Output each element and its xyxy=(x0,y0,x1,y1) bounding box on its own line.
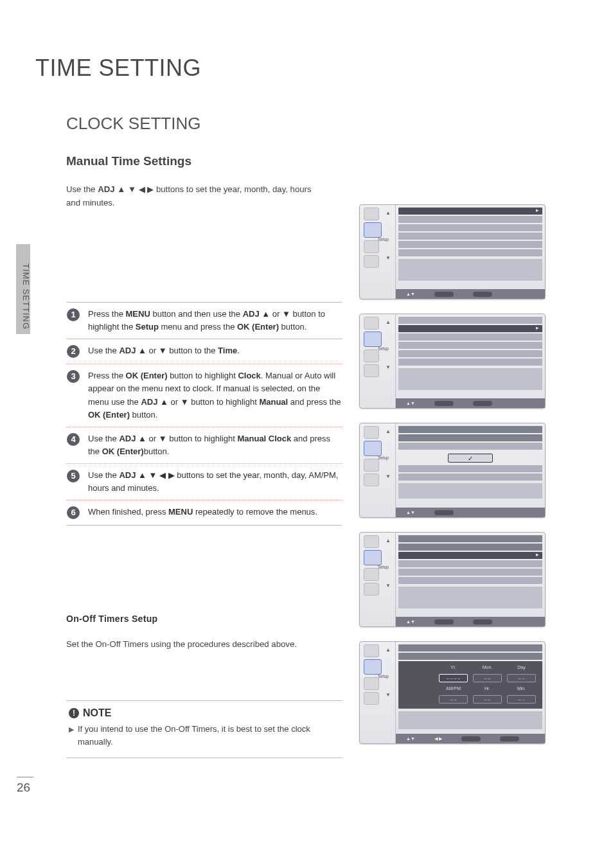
intro-paragraph: Use the ADJ ▲ ▼ ◀ ▶ buttons to set the y… xyxy=(66,182,323,209)
foot-updown-icon: ▲▼ xyxy=(406,619,415,624)
subsection-heading: Manual Time Settings xyxy=(66,154,578,168)
arrow-up-icon: ▲ xyxy=(386,319,391,325)
note-box: ! NOTE ▶ If you intend to use the On-Off… xyxy=(66,700,342,758)
arrow-down-icon: ▼ xyxy=(386,364,391,370)
arrow-down-icon: ▼ xyxy=(386,692,391,698)
svg-text:4: 4 xyxy=(71,434,76,444)
osd-screenshots: Setup ▲ ▼ ▲▼ Setup ▲ ▼ ▲▼ xyxy=(359,204,546,744)
field-label-ampm: AM/PM xyxy=(439,686,468,693)
step-2: 2 Use the ADJ ▲ or ▼ button to the Time. xyxy=(66,339,342,364)
foot-updown-icon: ▲▼ xyxy=(406,510,415,515)
osd-screen-2: Setup ▲ ▼ ▲▼ xyxy=(359,314,546,409)
field-min: – – xyxy=(507,695,536,704)
foot-pill-icon xyxy=(473,619,492,624)
note-heading-text: NOTE xyxy=(83,707,111,719)
arrow-up-icon: ▲ xyxy=(386,429,391,434)
field-hour: – – xyxy=(473,695,502,704)
step-text: Use the ADJ ▲ ▼ ◀ ▶ buttons to set the y… xyxy=(88,469,342,495)
step-text: Use the ADJ ▲ or ▼ button to highlight M… xyxy=(88,432,342,458)
svg-text:3: 3 xyxy=(71,371,75,381)
foot-pill-icon xyxy=(434,401,454,406)
step-text: Press the OK (Enter) button to highlight… xyxy=(88,369,342,421)
step-number-icon: 1 xyxy=(66,308,83,322)
step-number-icon: 2 xyxy=(66,344,83,359)
page-title: TIME SETTING xyxy=(35,55,578,82)
arrow-up-icon: ▲ xyxy=(386,538,391,544)
step-number-icon: 6 xyxy=(66,506,83,520)
svg-text:5: 5 xyxy=(71,471,75,481)
field-year: – – – – xyxy=(439,674,468,682)
arrow-up-icon: ▲ xyxy=(386,210,391,216)
foot-pill-icon xyxy=(434,510,454,515)
arrow-down-icon: ▼ xyxy=(386,474,391,479)
foot-updown-icon: ▲▼ xyxy=(406,292,415,296)
step-5: 5 Use the ADJ ▲ ▼ ◀ ▶ buttons to set the… xyxy=(66,464,342,500)
foot-pill-icon xyxy=(461,736,481,741)
field-label-hr: Hr. xyxy=(473,686,502,693)
osd-setup-label: Setup xyxy=(378,674,389,678)
osd-screen-5: Setup ▲ ▼ Yr. Mon. Day – – – – – – – – A… xyxy=(359,641,546,744)
step-text: When finished, press MENU repeatedly to … xyxy=(88,506,342,520)
onoff-text: Set the On-Off Timers using the procedur… xyxy=(66,639,297,649)
foot-pill-icon xyxy=(500,736,519,741)
osd-screen-4: Setup ▲ ▼ ▲▼ xyxy=(359,532,546,627)
step-1: 1 Press the MENU button and then use the… xyxy=(66,302,342,339)
osd-screen-3: Setup ▲ ▼ ✓ ▲▼ xyxy=(359,423,546,518)
arrow-down-icon: ▼ xyxy=(386,583,391,589)
foot-updown-icon: ▲▼ xyxy=(406,401,415,405)
osd-setup-label: Setup xyxy=(378,346,389,351)
osd-screen-1: Setup ▲ ▼ ▲▼ xyxy=(359,204,546,299)
note-heading: ! NOTE xyxy=(69,707,340,719)
field-day: – – xyxy=(507,674,536,682)
triangle-right-icon: ▶ xyxy=(69,724,74,748)
foot-pill-icon xyxy=(434,619,454,624)
field-ampm: – – xyxy=(439,695,468,704)
step-number-icon: 4 xyxy=(66,432,83,447)
page-number: 26 xyxy=(17,781,30,795)
svg-text:2: 2 xyxy=(71,346,75,356)
step-number-icon: 5 xyxy=(66,469,83,483)
field-label-mon: Mon. xyxy=(473,665,502,671)
arrow-down-icon: ▼ xyxy=(386,255,391,261)
foot-pill-icon xyxy=(473,401,492,406)
foot-leftright-icon: ◀ ▶ xyxy=(434,736,442,741)
osd-check-icon: ✓ xyxy=(448,454,493,463)
section-heading: CLOCK SETTING xyxy=(66,114,578,134)
side-section-label: TIME SETTING xyxy=(21,263,31,330)
note-body-text: If you intend to use the On-Off Timers, … xyxy=(78,723,340,748)
arrow-up-icon: ▲ xyxy=(386,647,391,653)
foot-pill-icon xyxy=(473,292,492,297)
step-3: 3 Press the OK (Enter) button to highlig… xyxy=(66,364,342,427)
osd-setup-label: Setup xyxy=(378,237,389,242)
field-label-day: Day xyxy=(507,665,536,671)
step-number-icon: 3 xyxy=(66,369,83,384)
svg-text:6: 6 xyxy=(71,508,75,517)
foot-updown-icon: ▲▼ xyxy=(406,736,415,741)
foot-pill-icon xyxy=(434,292,454,297)
note-body: ▶ If you intend to use the On-Off Timers… xyxy=(69,723,340,748)
step-6: 6 When finished, press MENU repeatedly t… xyxy=(66,500,342,526)
svg-text:1: 1 xyxy=(71,310,75,319)
field-month: – – xyxy=(473,674,502,682)
note-icon: ! xyxy=(69,708,79,718)
field-label-yr: Yr. xyxy=(439,665,468,671)
step-text: Use the ADJ ▲ or ▼ button to the Time. xyxy=(88,344,342,359)
osd-setup-label: Setup xyxy=(378,456,389,460)
step-text: Press the MENU button and then use the A… xyxy=(88,308,342,333)
onoff-heading: On-Off Timers Setup xyxy=(66,614,157,624)
field-label-min: Min. xyxy=(507,686,536,693)
osd-setup-label: Setup xyxy=(378,565,389,569)
step-4: 4 Use the ADJ ▲ or ▼ button to highlight… xyxy=(66,427,342,464)
steps-list: 1 Press the MENU button and then use the… xyxy=(66,302,342,526)
